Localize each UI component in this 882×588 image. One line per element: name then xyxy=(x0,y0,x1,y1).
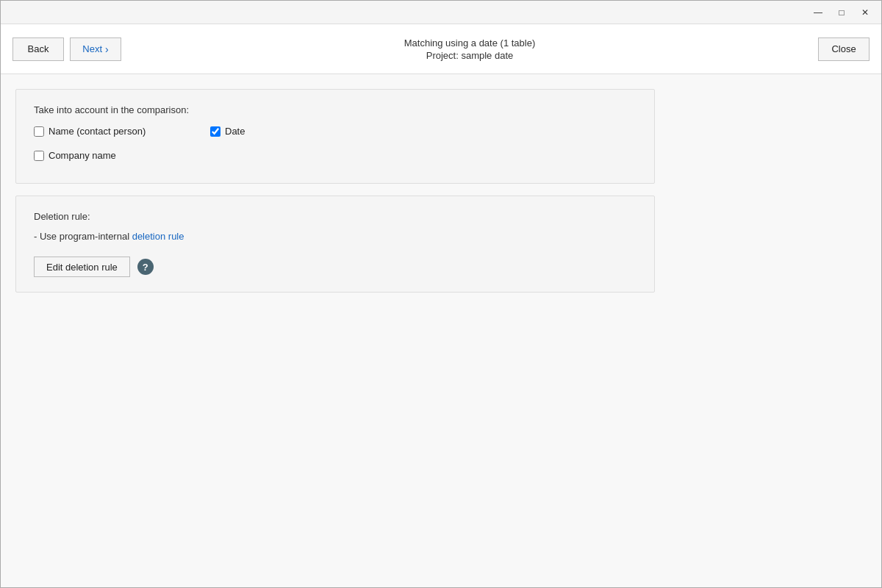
window-title: Matching using a date (1 table) xyxy=(404,37,536,49)
deletion-card: Deletion rule: - Use program-internal de… xyxy=(15,196,655,293)
project-subtitle: Project: sample date xyxy=(426,50,514,61)
deletion-actions: Edit deletion rule ? xyxy=(34,257,637,277)
deletion-link[interactable]: deletion rule xyxy=(132,231,184,242)
help-icon[interactable]: ? xyxy=(137,259,154,275)
name-checkbox-label[interactable]: Name (contact person) xyxy=(49,126,146,137)
deletion-card-title: Deletion rule: xyxy=(34,211,637,222)
company-checkbox[interactable] xyxy=(34,151,44,161)
main-content: Take into account in the comparison: Nam… xyxy=(1,74,881,587)
toolbar-center: Matching using a date (1 table) Project:… xyxy=(121,37,818,61)
close-button[interactable]: Close xyxy=(818,37,870,61)
minimize-button[interactable]: — xyxy=(808,4,828,21)
checkbox-row-date: Date xyxy=(210,126,357,137)
toolbar-left: Back Next › xyxy=(12,37,121,61)
title-bar: — □ ✕ xyxy=(1,1,881,24)
next-button[interactable]: Next › xyxy=(70,37,121,61)
checkbox-row-company: Company name xyxy=(34,150,181,161)
comparison-card: Take into account in the comparison: Nam… xyxy=(15,89,655,184)
deletion-description: - Use program-internal deletion rule xyxy=(34,231,637,242)
name-checkbox[interactable] xyxy=(34,126,44,137)
edit-deletion-rule-button[interactable]: Edit deletion rule xyxy=(34,257,130,277)
next-label: Next xyxy=(82,43,102,54)
checkbox-row-name: Name (contact person) xyxy=(34,126,181,137)
maximize-button[interactable]: □ xyxy=(831,4,852,21)
window-close-button[interactable]: ✕ xyxy=(855,4,875,21)
back-button[interactable]: Back xyxy=(12,37,64,61)
toolbar: Back Next › Matching using a date (1 tab… xyxy=(1,24,881,74)
date-checkbox-label[interactable]: Date xyxy=(225,126,245,137)
checkboxes-grid: Name (contact person) Date Company name xyxy=(34,126,637,168)
next-arrow-icon: › xyxy=(105,43,109,55)
comparison-card-title: Take into account in the comparison: xyxy=(34,104,637,115)
date-checkbox[interactable] xyxy=(210,126,220,137)
deletion-desc-text: - Use program-internal xyxy=(34,231,132,242)
main-window: — □ ✕ Back Next › Matching using a date … xyxy=(0,0,882,588)
company-checkbox-label[interactable]: Company name xyxy=(49,150,116,161)
toolbar-right: Close xyxy=(818,37,870,61)
